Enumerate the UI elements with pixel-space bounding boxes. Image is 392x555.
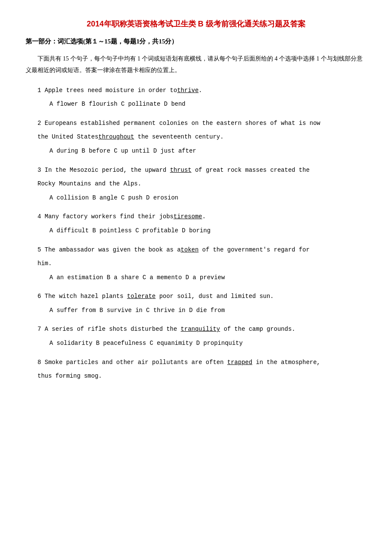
question-2: 2 Europeans established permanent coloni… (26, 118, 366, 157)
question-3: 3 In the Mesozoic period, the upward thr… (26, 165, 366, 204)
q2-line1: Europeans established permanent colonies… (45, 120, 320, 127)
question-5-text: 5 The ambassador was given the book as a… (26, 244, 366, 256)
question-1-text: 1 Apple trees need moisture in order tot… (26, 85, 366, 96)
q6-options: A suffer from B survive in C thrive in D… (26, 305, 366, 316)
q6-before: The witch hazel plants (45, 293, 127, 300)
q8-line2: thus forming smog. (37, 373, 102, 379)
page-container: 2014年职称英语资格考试卫生类 B 级考前强化通关练习题及答案 第一部分：词汇… (26, 17, 366, 382)
q1-options: A flower B flourish C pollinate D bend (26, 98, 366, 110)
q2-line2-before: the United States (37, 133, 98, 140)
q1-number: 1 (37, 87, 45, 94)
question-2-text-line2: the United Statesthroughout the seventee… (26, 131, 366, 143)
q1-underline: thrive (177, 87, 199, 94)
q3-number: 3 (37, 167, 45, 173)
question-3-text: 3 In the Mesozoic period, the upward thr… (26, 165, 366, 176)
q7-before: A series of rifle shots disturbed the (45, 326, 181, 332)
q4-options: A difficult B pointless C profitable D b… (26, 225, 366, 237)
question-8-text: 8 Smoke particles and other air pollutan… (26, 357, 366, 368)
q8-line1: Smoke particles and other air pollutants… (45, 359, 227, 366)
question-6: 6 The witch hazel plants tolerate poor s… (26, 291, 366, 316)
question-6-text: 6 The witch hazel plants tolerate poor s… (26, 291, 366, 302)
question-5-line2: him. (26, 258, 366, 269)
q3-line1-after: of great rock masses created the (191, 167, 309, 173)
q6-after: poor soil, dust and limited sun. (156, 293, 274, 300)
q2-after: the seventeenth century. (134, 133, 224, 140)
q5-underline: token (181, 246, 199, 253)
q4-after: . (202, 213, 205, 220)
q7-underline: tranquility (181, 326, 220, 332)
question-5: 5 The ambassador was given the book as a… (26, 244, 366, 283)
question-8: 8 Smoke particles and other air pollutan… (26, 357, 366, 382)
q5-number: 5 (37, 246, 45, 253)
question-7: 7 A series of rifle shots disturbed the … (26, 324, 366, 349)
q7-number: 7 (37, 326, 45, 332)
q6-number: 6 (37, 293, 45, 300)
q5-options: A an estimation B a share C a memento D … (26, 272, 366, 283)
page-title: 2014年职称英语资格考试卫生类 B 级考前强化通关练习题及答案 (26, 17, 366, 31)
q4-before: Many factory workers find their jobs (45, 213, 173, 220)
intro-text: 下面共有 15 个句子，每个句子中均有 1 个词或短语划有底横线，请从每个句子后… (26, 53, 366, 76)
q8-line1-after: in the atmosphere, (252, 359, 320, 366)
q2-underline: throughout (98, 133, 134, 140)
question-1: 1 Apple trees need moisture in order tot… (26, 85, 366, 110)
section-header: 第一部分：词汇选项(第１～15题，每题1分，共15分） (26, 36, 366, 47)
q8-number: 8 (37, 359, 45, 366)
q3-line1-before: In the Mesozoic period, the upward (45, 167, 170, 173)
q7-after: of the camp grounds. (220, 326, 295, 332)
q3-line2: Rocky Mountains and the Alps. (37, 180, 141, 187)
q1-after: . (199, 87, 202, 94)
question-8-line2: thus forming smog. (26, 370, 366, 382)
q4-number: 4 (37, 213, 45, 220)
q2-number: 2 (37, 120, 45, 127)
question-7-text: 7 A series of rifle shots disturbed the … (26, 324, 366, 335)
q5-line2: him. (37, 260, 52, 267)
q6-underline: tolerate (127, 293, 156, 300)
question-4: 4 Many factory workers find their jobsti… (26, 211, 366, 236)
q5-line1: The ambassador was given the book as a (45, 246, 181, 253)
q3-underline: thrust (170, 167, 191, 173)
q2-options: A during B before C up until D just afte… (26, 145, 366, 157)
q7-options: A solidarity B peacefulness C equanimity… (26, 338, 366, 349)
q5-line1-after: of the government's regard for (199, 246, 309, 253)
question-2-text: 2 Europeans established permanent coloni… (26, 118, 366, 129)
q3-options: A collision B angle C push D erosion (26, 192, 366, 204)
q8-underline: trapped (227, 359, 252, 366)
q1-before: Apple trees need moisture in order to (45, 87, 177, 94)
question-4-text: 4 Many factory workers find their jobsti… (26, 211, 366, 223)
question-3-line2: Rocky Mountains and the Alps. (26, 178, 366, 190)
q4-underline: tiresome (173, 213, 202, 220)
